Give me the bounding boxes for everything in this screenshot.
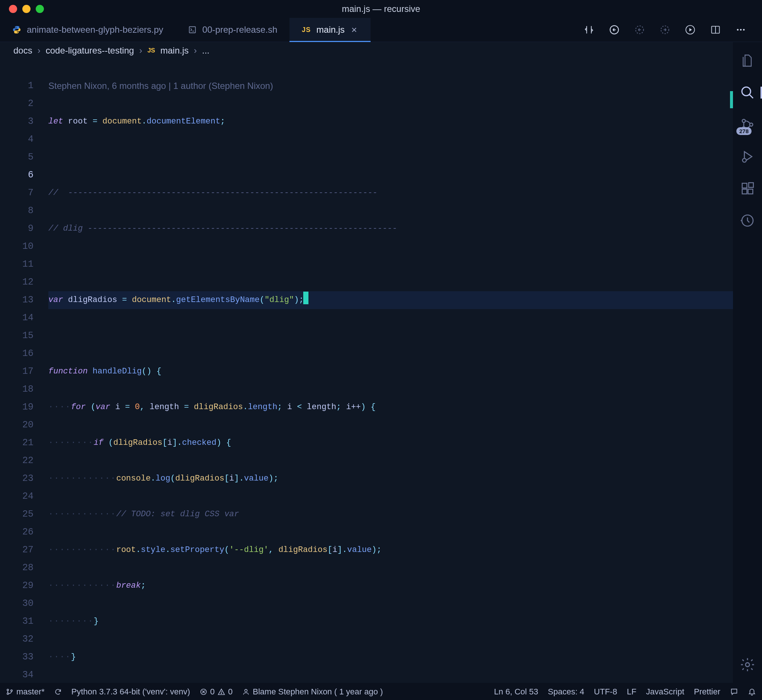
svg-rect-16: [742, 183, 747, 188]
cursor-position-status[interactable]: Ln 6, Col 53: [494, 687, 538, 697]
chevron-right-icon: ›: [38, 45, 41, 56]
source-control-icon[interactable]: 278: [739, 116, 756, 133]
tab-label: 00-prep-release.sh: [202, 25, 277, 35]
python-interpreter-status[interactable]: Python 3.7.3 64-bit ('venv': venv): [72, 687, 190, 697]
tab-label: main.js: [316, 25, 344, 35]
shell-icon: [188, 25, 197, 34]
explorer-icon[interactable]: [739, 52, 756, 69]
svg-rect-19: [749, 183, 753, 188]
breadcrumb[interactable]: docs › code-ligatures--testing › JS main…: [0, 42, 762, 59]
activity-bar: 278: [733, 42, 762, 683]
title-bar: main.js — recursive: [0, 0, 762, 18]
breadcrumb-file[interactable]: main.js: [160, 45, 189, 56]
svg-point-14: [750, 123, 753, 126]
chevron-right-icon: ›: [139, 45, 142, 56]
javascript-icon: JS: [147, 47, 155, 54]
tab-main-js[interactable]: JS main.js ×: [289, 18, 371, 42]
eol-status[interactable]: LF: [627, 687, 637, 697]
debug-icon[interactable]: [739, 148, 756, 165]
javascript-icon: JS: [301, 25, 311, 34]
tab-bar: animate-between-glyph-beziers.py 00-prep…: [0, 18, 762, 42]
tab-animate-beziers[interactable]: animate-between-glyph-beziers.py: [0, 18, 175, 42]
problems-status[interactable]: 0 0: [200, 687, 233, 697]
line-gutter: 12345 678910 1112131415 1617181920 21222…: [0, 59, 49, 683]
window-minimize-button[interactable]: [22, 5, 31, 13]
go-back-icon[interactable]: [608, 23, 621, 36]
svg-point-7: [737, 29, 739, 31]
status-bar: master* Python 3.7.3 64-bit ('venv': ven…: [0, 683, 762, 700]
editor-pane[interactable]: 12345 678910 1112131415 1617181920 21222…: [0, 59, 733, 683]
more-actions-icon[interactable]: [734, 23, 747, 36]
text-cursor: [303, 292, 308, 304]
window-close-button[interactable]: [9, 5, 17, 13]
python-icon: [12, 25, 22, 34]
window-zoom-button[interactable]: [36, 5, 44, 13]
extensions-icon[interactable]: [739, 180, 756, 197]
blame-status[interactable]: Blame Stephen Nixon ( 1 year ago ): [242, 687, 383, 697]
encoding-status[interactable]: UTF-8: [594, 687, 617, 697]
codelens[interactable]: Stephen Nixon, 6 months ago | 1 author (…: [49, 77, 733, 95]
split-editor-icon[interactable]: [709, 23, 722, 36]
svg-point-9: [743, 29, 745, 31]
svg-point-30: [245, 689, 247, 692]
search-icon[interactable]: [739, 84, 756, 101]
svg-point-23: [7, 692, 9, 694]
svg-point-8: [740, 29, 742, 31]
tab-label: animate-between-glyph-beziers.py: [27, 25, 163, 35]
indentation-status[interactable]: Spaces: 4: [548, 687, 585, 697]
feedback-icon[interactable]: [730, 688, 738, 696]
svg-point-10: [742, 87, 751, 95]
run-icon[interactable]: [684, 23, 696, 36]
bell-icon[interactable]: [748, 688, 756, 696]
sync-status[interactable]: [54, 688, 62, 695]
breadcrumb-segment[interactable]: docs: [13, 45, 32, 56]
prettier-status[interactable]: Prettier: [694, 687, 720, 697]
prev-change-icon[interactable]: [633, 23, 646, 36]
scm-badge: 278: [736, 127, 752, 135]
git-branch-status[interactable]: master*: [6, 687, 45, 697]
compare-icon[interactable]: [583, 23, 595, 36]
svg-rect-0: [189, 27, 196, 33]
timeline-icon[interactable]: [739, 212, 756, 229]
svg-point-12: [742, 119, 745, 122]
tab-close-button[interactable]: ×: [350, 24, 358, 36]
code-area[interactable]: Stephen Nixon, 6 months ago | 1 author (…: [49, 59, 733, 683]
svg-point-24: [11, 690, 12, 691]
chevron-right-icon: ›: [194, 45, 197, 56]
window-title: main.js — recursive: [0, 4, 762, 14]
svg-point-29: [221, 693, 222, 694]
svg-point-15: [743, 158, 746, 162]
svg-point-22: [7, 689, 9, 690]
breadcrumb-tail[interactable]: ...: [202, 45, 210, 56]
next-change-icon[interactable]: [659, 23, 671, 36]
editor-actions: [583, 18, 762, 42]
language-status[interactable]: JavaScript: [646, 687, 684, 697]
svg-point-21: [746, 663, 750, 667]
svg-line-11: [749, 94, 753, 98]
breadcrumb-segment[interactable]: code-ligatures--testing: [46, 45, 134, 56]
settings-icon[interactable]: [740, 657, 755, 672]
svg-rect-18: [748, 189, 753, 194]
svg-rect-17: [742, 189, 747, 194]
tab-prep-release[interactable]: 00-prep-release.sh: [175, 18, 289, 42]
